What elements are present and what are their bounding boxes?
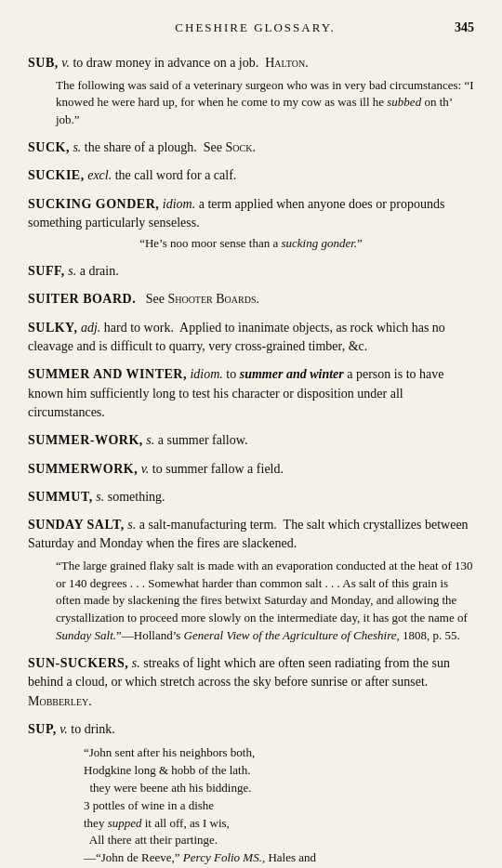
term-sun-suckers: SUN-SUCKERS, xyxy=(28,656,128,670)
page-header: CHESHIRE GLOSSARY. 345 xyxy=(28,19,474,41)
entry-sun-suckers: SUN-SUCKERS, s. streaks of light which a… xyxy=(28,654,474,711)
term-sunday-salt: SUNDAY SALT, xyxy=(28,518,125,532)
entry-summer-and-winter: SUMMER AND WINTER, idiom. to summer and … xyxy=(28,365,474,422)
entry-suiter-board: SUITER BOARD. See Shooter Boards. xyxy=(28,290,474,309)
term-sucking-gonder: SUCKING GONDER, xyxy=(28,197,159,211)
term-suckie: SUCKIE, xyxy=(28,168,85,182)
term-sup: SUP, xyxy=(28,722,57,736)
entry-suff: SUFF, s. a drain. xyxy=(28,262,474,281)
entry-sulky: SULKY, adj. hard to work. Applied to ina… xyxy=(28,319,474,357)
page-number: 345 xyxy=(455,19,474,37)
term-sulky: SULKY, xyxy=(28,321,77,335)
entry-sub: SUB, v. to draw money in advance on a jo… xyxy=(28,54,474,129)
entry-summer-work: SUMMER-WORK, s. a summer fallow. xyxy=(28,431,474,450)
term-summer-work: SUMMER-WORK, xyxy=(28,433,143,447)
term-suck: SUCK, xyxy=(28,140,70,154)
term-sub: SUB, xyxy=(28,56,59,70)
entry-sub-line: SUB, v. to draw money in advance on a jo… xyxy=(28,54,474,72)
sunday-salt-quote: “The large grained flaky salt is made wi… xyxy=(56,558,474,645)
term-suiter-board: SUITER BOARD. xyxy=(28,292,136,306)
entry-sunday-salt: SUNDAY SALT, s. a salt-manufacturing ter… xyxy=(28,516,474,645)
entry-suck: SUCK, s. the share of a plough. See Sock… xyxy=(28,138,474,157)
entry-sucking-gonder: SUCKING GONDER, idiom. a term applied wh… xyxy=(28,195,474,253)
term-summer-and-winter: SUMMER AND WINTER, xyxy=(28,367,187,381)
entry-summerwork: SUMMERWORK, v. to summer fallow a field. xyxy=(28,460,474,479)
term-summerwork: SUMMERWORK, xyxy=(28,462,138,476)
sup-poetry: “John sent after his neighbors both, Hod… xyxy=(84,744,474,868)
entry-sub-note: The following was said of a veterinary s… xyxy=(56,77,474,130)
entry-summut: SUMMUT, s. something. xyxy=(28,488,474,506)
header-title: CHESHIRE GLOSSARY. xyxy=(56,20,455,37)
entry-suckie: SUCKIE, excl. the call word for a calf. xyxy=(28,166,474,185)
term-suff: SUFF, xyxy=(28,264,65,278)
sucking-gonder-quote: “He’s noo moor sense than a sucking gond… xyxy=(28,235,474,253)
entry-sup: SUP, v. to drink. “John sent after his n… xyxy=(28,720,474,868)
term-summut: SUMMUT, xyxy=(28,490,93,504)
